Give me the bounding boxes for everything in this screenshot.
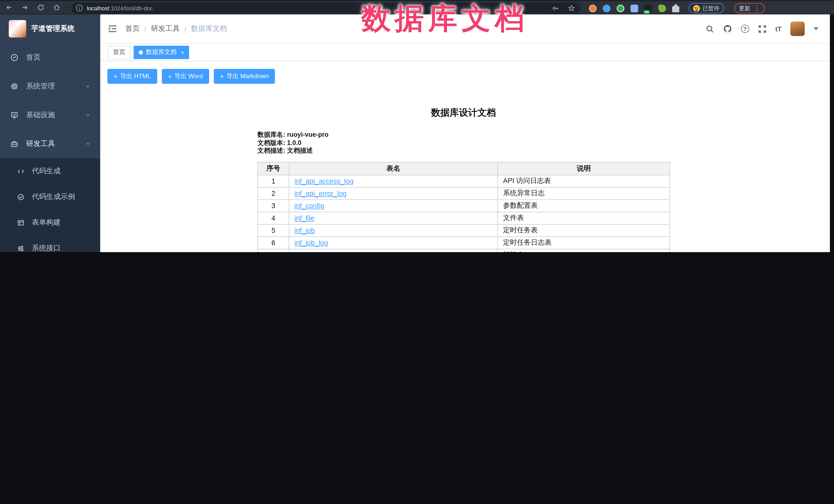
table-link[interactable]: inf_config [294, 202, 324, 210]
app-window: 芋道管理系统 首页 系统管理 [0, 15, 834, 252]
extension-icon[interactable] [589, 4, 597, 12]
table-row: 4inf_file文件表 [258, 212, 670, 224]
breadcrumb-devtools[interactable]: 研发工具 [151, 24, 180, 34]
table-name-cell: inf_job [289, 224, 498, 237]
chevron-up-icon [85, 141, 91, 147]
browser-menu-icon[interactable]: ⋮ [754, 5, 760, 11]
close-icon[interactable]: × [181, 49, 184, 55]
check-circle-icon [17, 193, 25, 201]
site-info-icon[interactable]: i [76, 5, 83, 11]
github-icon[interactable] [723, 24, 732, 34]
table-link[interactable]: inf_job_log [294, 239, 328, 246]
avatar[interactable] [790, 22, 805, 36]
table-name-cell: inf_job_log [289, 237, 498, 249]
reload-icon[interactable] [37, 3, 45, 12]
table-name-cell: inf_file [289, 212, 498, 224]
column-header-index: 序号 [258, 162, 289, 175]
sliders-icon [17, 244, 25, 252]
column-header-desc: 说明 [498, 162, 670, 175]
sidebar-item-home[interactable]: 首页 [0, 43, 100, 72]
table-link[interactable]: inf_job [294, 226, 315, 234]
sidebar-item-label: 研发工具 [26, 139, 55, 149]
chevron-down-icon[interactable] [813, 27, 818, 30]
main-area: 首页 / 研发工具 / 数据库文档 ? [100, 15, 834, 252]
row-index: 3 [258, 199, 289, 212]
button-label: 导出 Word [174, 72, 203, 81]
search-icon[interactable] [705, 24, 714, 33]
breadcrumb-home[interactable]: 首页 [125, 24, 140, 34]
meta-doc-desc: 文档描述: 文档描述 [258, 147, 670, 155]
row-index: 2 [258, 187, 289, 199]
app-logo[interactable]: 芋道管理系统 [0, 15, 100, 43]
back-icon[interactable] [5, 3, 13, 12]
page-content: + 导出 HTML + 导出 Word + 导出 Markdown 数据库设计文… [100, 61, 834, 252]
sidebar-item-system-api[interactable]: 系统接口 [0, 236, 100, 252]
plus-icon: + [168, 72, 172, 80]
tab-home[interactable]: 首页 [108, 45, 131, 59]
extensions-puzzle-icon[interactable] [672, 6, 679, 12]
table-row: 3inf_config参数配置表 [258, 199, 670, 212]
extension-icon[interactable]: on [644, 4, 652, 12]
sidebar-item-devtools[interactable]: 研发工具 [0, 130, 100, 158]
table-link[interactable]: inf_api_error_log [294, 190, 347, 197]
table-desc: 定时任务表 [498, 224, 670, 237]
doc-title: 数据库设计文档 [258, 106, 670, 119]
breadcrumb: 首页 / 研发工具 / 数据库文档 [125, 24, 227, 34]
chevron-down-icon [85, 112, 91, 118]
toolbox-icon [10, 140, 19, 148]
table-name-cell: inf_config [289, 199, 498, 212]
plus-icon: + [220, 72, 224, 80]
profile-paused-chip[interactable]: 已暂停 [688, 3, 724, 13]
tab-db-doc[interactable]: 数据库文档 × [134, 45, 189, 59]
logo-image [9, 20, 26, 38]
row-index: 4 [258, 212, 289, 224]
sidebar-collapse-icon[interactable] [108, 25, 117, 33]
meta-db-name: 数据库名: ruoyi-vue-pro [258, 131, 670, 139]
table-name-cell: sys_dept [289, 249, 498, 252]
export-word-button[interactable]: + 导出 Word [161, 69, 209, 84]
database-doc: 数据库设计文档 数据库名: ruoyi-vue-pro 文档版本: 1.0.0 … [258, 61, 670, 252]
sidebar-item-label: 基础设施 [26, 111, 55, 120]
table-header-row: 序号 表名 说明 [258, 162, 670, 175]
table-row: 5inf_job定时任务表 [258, 224, 670, 237]
table-link[interactable]: inf_file [294, 214, 314, 222]
password-key-icon[interactable] [551, 4, 559, 12]
url-path: :1024/tool/db-doc [109, 5, 153, 11]
breadcrumb-separator: / [145, 25, 147, 33]
update-label: 更新 [739, 4, 750, 12]
extension-icon[interactable] [658, 4, 666, 12]
fullscreen-icon[interactable] [758, 24, 766, 33]
on-badge: on [644, 10, 650, 14]
extension-icon[interactable] [603, 4, 611, 12]
sidebar-item-codegen-demo[interactable]: 代码生成示例 [0, 184, 100, 210]
profile-emoji-icon [693, 5, 700, 12]
table-link[interactable]: inf_api_access_log [294, 177, 354, 185]
bookmark-star-icon[interactable] [567, 4, 575, 12]
export-html-button[interactable]: + 导出 HTML [107, 69, 157, 84]
forward-icon[interactable] [21, 3, 29, 12]
help-icon[interactable]: ? [741, 25, 749, 33]
update-button[interactable]: 更新 ⋮ [734, 3, 765, 13]
tags-view: 首页 数据库文档 × [100, 44, 834, 61]
table-name-cell: inf_api_access_log [289, 175, 498, 187]
font-size-icon[interactable]: tT [775, 25, 782, 32]
dashboard-icon [10, 53, 19, 62]
url-host: localhost [87, 5, 109, 11]
screen: i localhost:1024/tool/db-doc on 已暂停 [0, 0, 834, 252]
table-link[interactable]: sys_dept [294, 251, 322, 252]
home-icon[interactable] [52, 3, 61, 12]
breadcrumb-current: 数据库文档 [191, 24, 227, 34]
column-header-name: 表名 [289, 162, 498, 175]
extension-icon[interactable] [617, 4, 624, 12]
table-desc: 系统异常日志 [498, 187, 670, 199]
sidebar-item-form-builder[interactable]: 表单构建 [0, 210, 100, 236]
sidebar-item-codegen[interactable]: 代码生成 [0, 158, 100, 184]
top-navbar: 首页 / 研发工具 / 数据库文档 ? [100, 15, 834, 44]
sidebar-item-infra[interactable]: 基础设施 [0, 101, 100, 130]
sidebar-item-system[interactable]: 系统管理 [0, 72, 100, 101]
url-bar[interactable]: i localhost:1024/tool/db-doc [71, 3, 581, 13]
url-text: localhost:1024/tool/db-doc [87, 5, 153, 11]
tab-label: 数据库文档 [146, 48, 177, 57]
paused-label: 已暂停 [702, 4, 719, 12]
extension-icon[interactable] [631, 4, 638, 12]
